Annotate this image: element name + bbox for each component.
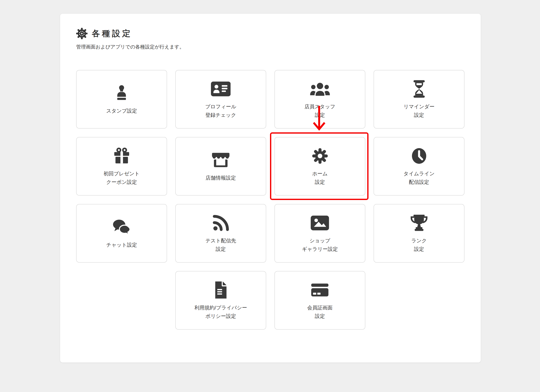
page-title: 各種設定 bbox=[92, 28, 132, 39]
settings-panel: 各種設定 管理画面およびアプリでの各種設定が行えます。 スタンプ設定 bbox=[60, 14, 481, 363]
id-card-icon bbox=[211, 79, 230, 99]
card-label: 店舗情報設定 bbox=[206, 174, 236, 182]
card-label: ショップ ギャラリー設定 bbox=[302, 236, 338, 253]
card-label: リマインダー 設定 bbox=[404, 103, 435, 119]
card-member-card[interactable]: 会員証画面 設定 bbox=[275, 271, 365, 330]
card-staff-settings[interactable]: 店員スタッフ 設定 bbox=[275, 70, 365, 128]
card-terms-privacy[interactable]: 利用規約/プライバシー ポリシー設定 bbox=[175, 271, 266, 330]
card-label: プロフィール 登録チェック bbox=[205, 103, 236, 119]
settings-grid: スタンプ設定 プロフィール 登録チェック bbox=[76, 70, 465, 330]
card-label: テスト配信先 設定 bbox=[205, 236, 236, 253]
card-rank-settings[interactable]: ランク 設定 bbox=[374, 204, 465, 263]
card-label: 利用規約/プライバシー ポリシー設定 bbox=[195, 304, 247, 320]
image-icon bbox=[311, 213, 329, 233]
card-chat-settings[interactable]: チャット設定 bbox=[76, 204, 167, 263]
card-label: 会員証画面 設定 bbox=[307, 304, 333, 320]
card-profile-check[interactable]: プロフィール 登録チェック bbox=[175, 70, 266, 128]
rss-icon bbox=[213, 213, 229, 233]
card-label: チャット設定 bbox=[106, 241, 137, 249]
chat-icon bbox=[112, 217, 131, 237]
credit-card-icon bbox=[310, 280, 329, 300]
clock-icon bbox=[411, 146, 427, 166]
gear-wheel-icon bbox=[76, 28, 88, 39]
card-stamp-settings[interactable]: スタンプ設定 bbox=[76, 70, 167, 128]
stamp-icon bbox=[113, 83, 130, 103]
hourglass-icon bbox=[411, 79, 427, 99]
document-icon bbox=[214, 280, 228, 300]
card-reminder-settings[interactable]: リマインダー 設定 bbox=[374, 70, 465, 128]
settings-grid-area: スタンプ設定 プロフィール 登録チェック bbox=[76, 70, 465, 330]
card-label: 初回プレゼント クーポン設定 bbox=[104, 169, 140, 186]
card-label: スタンプ設定 bbox=[106, 107, 137, 115]
card-label: ランク 設定 bbox=[411, 236, 427, 253]
card-label: タイムライン 配信設定 bbox=[404, 169, 435, 186]
card-label: 店員スタッフ 設定 bbox=[304, 103, 335, 119]
gift-icon bbox=[113, 146, 130, 166]
card-store-info[interactable]: 店舗情報設定 bbox=[175, 137, 266, 196]
card-test-delivery[interactable]: テスト配信先 設定 bbox=[175, 204, 266, 263]
store-icon bbox=[211, 151, 230, 170]
page-subtitle: 管理画面およびアプリでの各種設定が行えます。 bbox=[76, 44, 465, 50]
card-home-settings[interactable]: ホーム 設定 bbox=[275, 137, 365, 196]
trophy-icon bbox=[410, 213, 428, 233]
card-shop-gallery[interactable]: ショップ ギャラリー設定 bbox=[275, 204, 365, 263]
page-title-row: 各種設定 bbox=[76, 28, 465, 39]
card-label: ホーム 設定 bbox=[312, 169, 328, 186]
card-first-gift-coupon[interactable]: 初回プレゼント クーポン設定 bbox=[76, 137, 167, 196]
gear-icon bbox=[312, 146, 328, 166]
users-icon bbox=[310, 79, 330, 99]
card-timeline-delivery[interactable]: タイムライン 配信設定 bbox=[374, 137, 465, 196]
